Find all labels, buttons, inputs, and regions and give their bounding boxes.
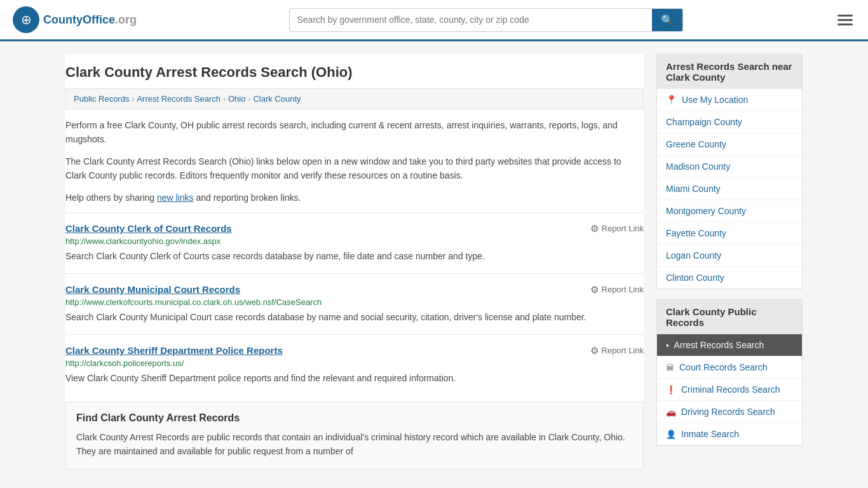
nav-inmate-search[interactable]: 👤 Inmate Search — [657, 423, 802, 445]
nearby-county-0: Champaign County — [657, 111, 802, 133]
new-links[interactable]: new links — [157, 193, 194, 203]
result-item-1: Clark County Municipal Court Records ⚙ R… — [65, 273, 644, 334]
result-title-0[interactable]: Clark County Clerk of Court Records — [65, 223, 232, 234]
nearby-county-name-2: Madison County — [666, 161, 730, 172]
find-section-text: Clark County Arrest Records are public r… — [76, 430, 633, 459]
use-my-location-link[interactable]: 📍 Use My Location — [657, 89, 802, 111]
nearby-county-1: Greene County — [657, 133, 802, 156]
court-icon: 🏛 — [666, 363, 674, 372]
nav-court-label: Court Records Search — [679, 362, 768, 372]
criminal-icon: ❗ — [666, 385, 676, 395]
nearby-county-5: Fayette County — [657, 222, 802, 245]
arrest-icon: ▪ — [666, 341, 669, 350]
logo-area: ⊕ CountyOffice.org — [13, 6, 137, 33]
location-icon: 📍 — [666, 95, 677, 105]
nearby-county-link-5[interactable]: Fayette County — [657, 222, 802, 244]
main-container: Clark County Arrest Records Search (Ohio… — [53, 41, 815, 482]
result-url-0[interactable]: http://www.clarkcountyohio.gov/index.asp… — [65, 236, 644, 246]
nearby-county-name-7: Clinton County — [666, 273, 724, 283]
nearby-county-link-3[interactable]: Miami County — [657, 178, 802, 200]
sidebar: Arrest Records Search near Clark County … — [656, 54, 803, 470]
bc-sep-1: › — [132, 95, 134, 104]
nav-arrest-records[interactable]: ▪ Arrest Records Search — [657, 334, 802, 356]
report-link-btn-1[interactable]: ⚙ Report Link — [590, 284, 644, 295]
nearby-title: Arrest Records Search near Clark County — [657, 55, 802, 89]
nearby-county-4: Montgomery County — [657, 200, 802, 222]
public-records-section: Clark County Public Records ▪ Arrest Rec… — [656, 299, 803, 446]
nav-arrest-label: Arrest Records Search — [674, 340, 764, 350]
report-icon-0: ⚙ — [590, 223, 599, 234]
search-button[interactable]: 🔍 — [652, 9, 682, 31]
nearby-county-link-6[interactable]: Logan County — [657, 245, 802, 266]
description-2: The Clark County Arrest Records Search (… — [65, 154, 644, 183]
nearby-county-link-1[interactable]: Greene County — [657, 133, 802, 155]
page-title: Clark County Arrest Records Search (Ohio… — [65, 54, 644, 88]
nearby-county-link-7[interactable]: Clinton County — [657, 267, 802, 288]
nearby-county-link-2[interactable]: Madison County — [657, 156, 802, 177]
desc3-post: and reporting broken links. — [194, 193, 301, 203]
use-my-location-label: Use My Location — [682, 95, 748, 105]
result-url-1[interactable]: http://www.clerkofcourts.municipal.co.cl… — [65, 297, 644, 307]
bc-sep-2: › — [223, 95, 226, 104]
breadcrumb: Public Records › Arrest Records Search ›… — [65, 88, 644, 109]
description-3: Help others by sharing new links and rep… — [65, 191, 644, 205]
nearby-county-name-3: Miami County — [666, 184, 721, 194]
report-icon-2: ⚙ — [590, 345, 599, 356]
nearby-county-name-1: Greene County — [666, 139, 726, 149]
report-icon-1: ⚙ — [590, 284, 599, 295]
nav-criminal-label: Criminal Records Search — [681, 384, 780, 395]
result-header-1: Clark County Municipal Court Records ⚙ R… — [65, 284, 644, 297]
nav-driving-label: Driving Records Search — [681, 407, 775, 417]
result-desc-2: View Clark County Sheriff Department pol… — [65, 372, 644, 385]
nearby-county-3: Miami County — [657, 178, 802, 200]
result-title-1[interactable]: Clark County Municipal Court Records — [65, 284, 240, 295]
header: ⊕ CountyOffice.org 🔍 — [0, 0, 868, 41]
find-section-title: Find Clark County Arrest Records — [76, 412, 633, 424]
result-url-2[interactable]: http://clarkcsoh.policereports.us/ — [65, 358, 644, 368]
nav-inmate-label: Inmate Search — [681, 429, 739, 439]
nav-criminal-records[interactable]: ❗ Criminal Records Search — [657, 379, 802, 401]
breadcrumb-ohio[interactable]: Ohio — [228, 94, 245, 104]
nearby-county-link-0[interactable]: Champaign County — [657, 111, 802, 133]
search-input[interactable] — [290, 10, 652, 30]
public-records-title: Clark County Public Records — [657, 300, 802, 334]
nearby-county-6: Logan County — [657, 245, 802, 267]
result-header-0: Clark County Clerk of Court Records ⚙ Re… — [65, 223, 644, 236]
results-list: Clark County Clerk of Court Records ⚙ Re… — [65, 212, 644, 395]
nearby-county-2: Madison County — [657, 156, 802, 178]
result-title-2[interactable]: Clark County Sheriff Department Police R… — [65, 345, 283, 356]
logo-icon: ⊕ — [13, 6, 39, 33]
nearby-county-name-0: Champaign County — [666, 117, 742, 127]
bc-sep-3: › — [248, 95, 250, 104]
nearby-county-name-4: Montgomery County — [666, 206, 746, 216]
result-item-2: Clark County Sheriff Department Police R… — [65, 334, 644, 395]
breadcrumb-arrest-records[interactable]: Arrest Records Search — [137, 94, 220, 104]
nearby-county-name-5: Fayette County — [666, 228, 726, 238]
nearby-county-7: Clinton County — [657, 267, 802, 288]
nearby-section: Arrest Records Search near Clark County … — [656, 54, 803, 289]
find-section: Find Clark County Arrest Records Clark C… — [65, 402, 644, 470]
breadcrumb-clark-county[interactable]: Clark County — [253, 94, 301, 104]
result-item-0: Clark County Clerk of Court Records ⚙ Re… — [65, 212, 644, 273]
nearby-list: 📍 Use My Location Champaign County Green… — [657, 89, 802, 288]
result-desc-0: Search Clark County Clerk of Courts case… — [65, 250, 644, 263]
description-1: Perform a free Clark County, OH public a… — [65, 118, 644, 147]
menu-button[interactable] — [835, 12, 855, 28]
result-desc-1: Search Clark County Municipal Court case… — [65, 311, 644, 324]
main-content: Clark County Arrest Records Search (Ohio… — [65, 54, 644, 470]
nav-court-records[interactable]: 🏛 Court Records Search — [657, 356, 802, 379]
nav-driving-records[interactable]: 🚗 Driving Records Search — [657, 401, 802, 423]
search-area: 🔍 — [289, 8, 683, 32]
nearby-county-link-4[interactable]: Montgomery County — [657, 200, 802, 222]
report-link-btn-0[interactable]: ⚙ Report Link — [590, 223, 644, 234]
logo-text: CountyOffice.org — [43, 13, 137, 27]
report-link-btn-2[interactable]: ⚙ Report Link — [590, 345, 644, 356]
desc3-pre: Help others by sharing — [65, 193, 157, 203]
use-my-location-item: 📍 Use My Location — [657, 89, 802, 111]
nearby-county-name-6: Logan County — [666, 250, 721, 261]
result-header-2: Clark County Sheriff Department Police R… — [65, 345, 644, 358]
breadcrumb-public-records[interactable]: Public Records — [74, 94, 129, 104]
inmate-icon: 👤 — [666, 430, 676, 439]
driving-icon: 🚗 — [666, 407, 676, 417]
